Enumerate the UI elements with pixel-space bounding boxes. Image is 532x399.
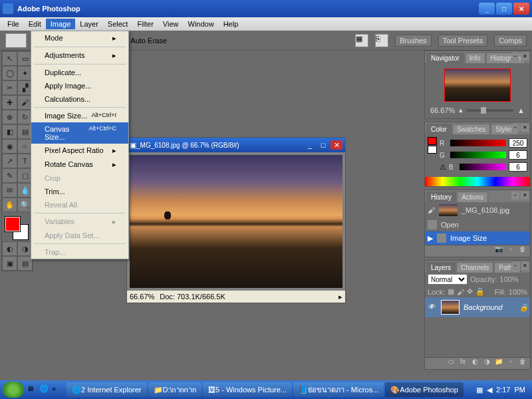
fx-icon[interactable]: fx [458,358,467,367]
doc-minimize-button[interactable]: _ [304,140,316,150]
panel-close-icon[interactable]: ✕ [521,192,529,200]
link-icon[interactable]: ⬭ [446,358,456,367]
tab-brushes[interactable]: Brushes [395,35,431,47]
quick-launch-icon[interactable]: » [52,384,63,395]
lock-paint-icon[interactable]: 🖌 [457,288,464,296]
layer-opacity-value[interactable]: 100% [499,275,518,283]
tab-history[interactable]: History [426,192,456,202]
color-picker[interactable] [2,215,33,241]
fill-value[interactable]: 100% [509,288,527,296]
palette-well-icon[interactable]: ▦ [355,34,368,47]
menu-pixel-aspect[interactable]: Pixel Aspect Ratio [31,144,128,158]
history-open[interactable]: Open [425,218,530,231]
color-ramp[interactable] [425,177,530,186]
history-image-size[interactable]: ▶Image Size [425,231,530,245]
r-value[interactable]: 250 [509,138,527,148]
panel-close-icon[interactable]: ✕ [521,53,529,61]
taskbar-item[interactable]: 🌐 2 Internet Explorer [66,382,147,397]
g-slider[interactable] [450,152,506,158]
taskbar-item[interactable]: 🖼 5 - Windows Picture... [203,382,292,397]
fg-swatch[interactable] [428,137,437,145]
menu-mode[interactable]: Mode [31,31,128,45]
b-value[interactable]: 6 [509,162,527,172]
history-snapshot[interactable]: 🖌_MG_6108.jpg [425,202,530,218]
screen-mode-1[interactable]: ▣ [2,256,17,271]
eraser-tool[interactable]: ◧ [2,124,17,139]
new-layer-icon[interactable]: ▫ [506,358,515,367]
doc-close-button[interactable]: ✕ [331,140,342,150]
hand-tool[interactable]: ✋ [2,198,17,212]
minimize-button[interactable]: _ [479,3,495,15]
tab-tool-presets[interactable]: Tool Presets [438,35,488,47]
close-button[interactable]: ✕ [513,3,529,15]
tab-swatches[interactable]: Swatches [452,124,490,134]
crop-tool[interactable]: ✂ [2,80,17,95]
panel-minimize-icon[interactable]: − [511,262,519,270]
menu-rotate-canvas[interactable]: Rotate Canvas [31,158,128,172]
bg-swatch[interactable] [428,146,437,154]
tab-channels[interactable]: Channels [456,262,493,273]
trash-icon[interactable]: 🗑 [518,358,527,367]
menu-trim[interactable]: Trim... [31,185,128,198]
move-tool[interactable]: ↖ [2,51,17,66]
pen-tool[interactable]: ✎ [2,168,17,183]
menu-calculations[interactable]: Calculations... [31,92,128,106]
start-button[interactable] [3,382,24,398]
lasso-tool[interactable]: ◯ [2,66,17,80]
visibility-icon[interactable]: 👁 [428,303,437,312]
menu-edit[interactable]: Edit [24,19,46,29]
taskbar-item-active[interactable]: 🎨 Adobe Photoshop [385,382,463,397]
navigator-thumbnail[interactable] [444,68,511,102]
tab-actions[interactable]: Actions [457,192,488,202]
menu-image-size[interactable]: Image Size...Alt+Ctrl+I [31,109,128,122]
doc-zoom[interactable]: 66.67% [130,293,154,301]
menu-layer[interactable]: Layer [75,19,103,29]
menu-select[interactable]: Select [103,19,133,29]
doc-maximize-button[interactable]: □ [317,140,329,150]
doc-scroll-icon[interactable]: ▸ [338,293,342,301]
menu-filter[interactable]: Filter [132,19,158,29]
tab-info[interactable]: Info [465,53,485,63]
layer-background[interactable]: 👁 Background 🔒 [425,297,530,317]
tray-volume-icon[interactable]: ◀ [487,386,492,394]
panel-minimize-icon[interactable]: − [511,192,519,200]
menu-window[interactable]: Window [184,19,219,29]
tab-comps[interactable]: Comps [494,35,527,47]
panel-minimize-icon[interactable]: − [511,124,519,132]
g-value[interactable]: 6 [509,150,527,160]
menu-apply-image[interactable]: Apply Image... [31,79,128,92]
mask-icon[interactable]: ◐ [470,358,479,367]
b-slider[interactable] [460,164,506,170]
zoom-in-icon[interactable]: ▲ [517,106,525,114]
lock-pixels-icon[interactable]: ▦ [448,287,454,296]
clock-time[interactable]: 2:17 [496,386,510,394]
panel-close-icon[interactable]: ✕ [521,262,529,270]
menu-image[interactable]: Image [46,19,76,29]
taskbar-item[interactable]: 📁 D:\nาnnาn [148,382,202,397]
tray-lang-icon[interactable]: ▦ [476,386,483,394]
menu-help[interactable]: Help [219,19,243,29]
layer-thumbnail[interactable] [441,300,460,315]
quickmask-toggle[interactable]: ◐ [2,241,17,256]
trash-icon[interactable]: 🗑 [518,245,527,255]
blur-tool[interactable]: ◉ [2,139,17,154]
stamp-tool[interactable]: ⊕ [2,110,17,124]
adjustment-icon[interactable]: ◑ [482,358,491,367]
tab-color[interactable]: Color [426,124,452,134]
panel-minimize-icon[interactable]: − [511,53,519,61]
bridge-icon[interactable]: ⎘ [375,34,388,47]
panel-close-icon[interactable]: ✕ [521,124,529,132]
notes-tool[interactable]: ✉ [2,183,17,198]
doc-canvas[interactable] [127,152,345,291]
menu-file[interactable]: File [3,19,24,29]
tool-preset-picker[interactable] [5,33,27,48]
quick-launch-icon[interactable]: 🌐 [39,384,50,395]
path-tool[interactable]: ↗ [2,154,17,168]
quick-launch-icon[interactable]: 🖥 [27,384,37,395]
r-slider[interactable] [450,140,506,146]
zoom-slider[interactable] [467,109,513,112]
tab-navigator[interactable]: Navigator [426,53,464,63]
menu-canvas-size[interactable]: Canvas Size...Alt+Ctrl+C [31,122,128,144]
new-doc-icon[interactable]: ▫ [506,245,515,255]
snapshot-icon[interactable]: 📷 [494,245,503,255]
